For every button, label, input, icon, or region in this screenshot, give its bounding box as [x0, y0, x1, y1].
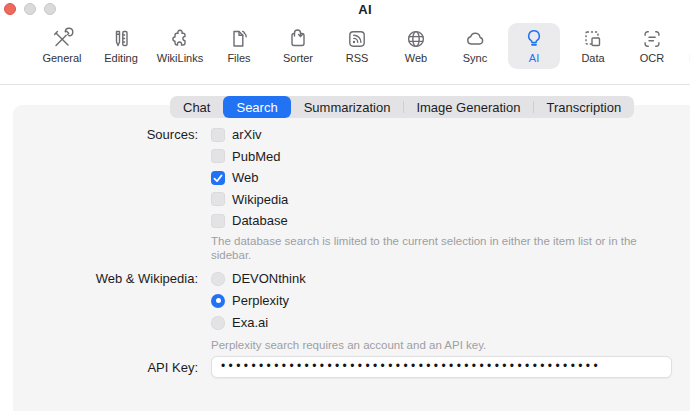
database-search-note: The database search is limited to the cu… — [211, 234, 663, 262]
toolbar-item-sync[interactable]: Sync — [449, 23, 501, 69]
radio-icon — [211, 272, 225, 286]
sources-label: Sources: — [0, 127, 198, 142]
radio-label: Perplexity — [232, 293, 289, 308]
preferences-toolbar: General Editing WikiLinks — [0, 23, 690, 69]
globe-icon — [403, 26, 429, 52]
api-key-masked-value: ••••••••••••••••••••••••••••••••••••••••… — [221, 360, 601, 372]
sources-checkbox-group: arXiv PubMed Web Wikipedia Database — [211, 127, 288, 235]
ai-section-tabs: Chat Search Summarization Image Generati… — [170, 96, 634, 118]
checkbox-label: Database — [232, 213, 288, 228]
checkbox-wikipedia[interactable]: Wikipedia — [211, 192, 288, 207]
toolbar-item-imprinter[interactable]: Imprinter — [685, 23, 690, 69]
toolbar-divider — [0, 84, 690, 85]
toolbar-item-general[interactable]: General — [36, 23, 88, 69]
toolbar-item-wikilinks[interactable]: WikiLinks — [154, 23, 206, 69]
lightbulb-icon — [521, 26, 547, 52]
toolbar-item-sorter[interactable]: Sorter — [272, 23, 324, 69]
toolbar-item-ai[interactable]: AI — [508, 23, 560, 69]
toolbar-item-label: AI — [529, 52, 539, 65]
toolbar-item-label: Files — [227, 52, 250, 65]
toolbar-item-label: General — [42, 52, 81, 65]
checkbox-pubmed[interactable]: PubMed — [211, 149, 288, 164]
checkbox-icon — [211, 149, 225, 163]
preferences-window: AI General Editing — [0, 0, 690, 411]
tab-chat[interactable]: Chat — [170, 96, 223, 118]
toolbar-item-data[interactable]: Data — [567, 23, 619, 69]
web-wikipedia-radio-group: DEVONthink Perplexity Exa.ai — [211, 271, 306, 337]
tab-summarization[interactable]: Summarization — [291, 96, 404, 118]
tray-arrow-icon — [285, 26, 311, 52]
documents-icon — [226, 26, 252, 52]
tab-search[interactable]: Search — [223, 96, 290, 118]
radio-selected-icon — [211, 294, 225, 308]
toolbar-item-label: OCR — [640, 52, 664, 65]
checkbox-label: PubMed — [232, 149, 280, 164]
checkbox-icon — [211, 128, 225, 142]
rss-icon — [344, 26, 370, 52]
pencil-ruler-icon — [108, 26, 134, 52]
toolbar-item-label: RSS — [346, 52, 369, 65]
tab-transcription[interactable]: Transcription — [533, 96, 634, 118]
checkbox-checked-icon — [211, 171, 225, 185]
checkbox-icon — [211, 192, 225, 206]
toolbar-item-label: Sync — [463, 52, 487, 65]
api-key-input[interactable]: ••••••••••••••••••••••••••••••••••••••••… — [211, 356, 672, 378]
toolbar-item-web[interactable]: Web — [390, 23, 442, 69]
data-frame-icon — [580, 26, 606, 52]
radio-label: DEVONthink — [232, 271, 306, 286]
radio-perplexity[interactable]: Perplexity — [211, 293, 306, 308]
radio-devonthink[interactable]: DEVONthink — [211, 271, 306, 286]
checkbox-label: Web — [232, 170, 259, 185]
toolbar-item-label: Data — [581, 52, 604, 65]
toolbar-item-label: WikiLinks — [157, 52, 203, 65]
checkbox-arxiv[interactable]: arXiv — [211, 127, 288, 142]
toolbar-item-label: Sorter — [283, 52, 313, 65]
tab-image-generation[interactable]: Image Generation — [403, 96, 533, 118]
toolbar-item-editing[interactable]: Editing — [95, 23, 147, 69]
checkbox-database[interactable]: Database — [211, 213, 288, 228]
checkbox-label: Wikipedia — [232, 192, 288, 207]
window-title: AI — [40, 2, 690, 17]
checkbox-label: arXiv — [232, 127, 262, 142]
radio-icon — [211, 316, 225, 330]
toolbar-item-ocr[interactable]: OCR — [626, 23, 678, 69]
toolbar-item-rss[interactable]: RSS — [331, 23, 383, 69]
toolbar-item-label: Editing — [104, 52, 138, 65]
api-key-label: API Key: — [0, 360, 198, 375]
close-window-button[interactable] — [4, 3, 16, 15]
toolbar-item-label: Web — [405, 52, 427, 65]
tools-icon — [49, 26, 75, 52]
checkbox-web[interactable]: Web — [211, 170, 288, 185]
minimize-window-button[interactable] — [24, 3, 36, 15]
checkbox-icon — [211, 214, 225, 228]
perplexity-note: Perplexity search requires an account an… — [211, 338, 663, 352]
web-wikipedia-label: Web & Wikipedia: — [0, 271, 198, 286]
toolbar-item-files[interactable]: Files — [213, 23, 265, 69]
radio-label: Exa.ai — [232, 315, 268, 330]
ocr-scan-icon — [639, 26, 665, 52]
radio-exa-ai[interactable]: Exa.ai — [211, 315, 306, 330]
cloud-icon — [462, 26, 488, 52]
puzzle-icon — [167, 26, 193, 52]
